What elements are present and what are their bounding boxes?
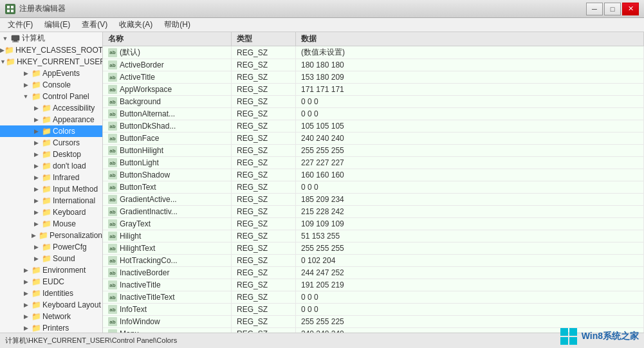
tree-node-computer[interactable]: ▼计算机 (0, 32, 102, 44)
tree-expander-icon[interactable]: ▶ (21, 288, 31, 298)
tree-node-infrared[interactable]: ▶📁Infrared (0, 172, 102, 183)
table-row[interactable]: abButtonFaceREG_SZ240 240 240 (103, 133, 644, 145)
tree-node-mouse[interactable]: ▶📁Mouse (0, 218, 102, 230)
tree-node-eudc[interactable]: ▶📁EUDC (0, 276, 102, 288)
tree-expander-icon[interactable]: ▶ (31, 219, 41, 229)
tree-node-dontload[interactable]: ▶📁don't load (0, 160, 102, 172)
menu-item[interactable]: 帮助(H) (159, 18, 196, 32)
reg-value-icon: ab (108, 305, 117, 314)
table-row[interactable]: abBackgroundREG_SZ0 0 0 (103, 96, 644, 108)
table-row[interactable]: abActiveTitleREG_SZ153 180 209 (103, 71, 644, 84)
tree-node-powercfg[interactable]: ▶📁PowerCfg (0, 241, 102, 253)
tree-expander-icon[interactable]: ▶ (21, 68, 31, 78)
table-row[interactable]: abGradientInactiv...REG_SZ215 228 242 (103, 206, 644, 218)
tree-node-hkcr[interactable]: ▶📁HKEY_CLASSES_ROOT (0, 44, 102, 56)
table-header-cell: 类型 (232, 32, 296, 46)
tree-node-inputmethod[interactable]: ▶📁Input Method (0, 183, 102, 195)
table-row[interactable]: abHilightTextREG_SZ255 255 255 (103, 243, 644, 255)
tree-expander-icon[interactable]: ▶ (31, 172, 41, 183)
table-row[interactable]: abInfoWindowREG_SZ255 255 225 (103, 316, 644, 328)
table-row[interactable]: abButtonHilightREG_SZ255 255 255 (103, 145, 644, 157)
table-row[interactable]: abInactiveTitleTextREG_SZ0 0 0 (103, 291, 644, 304)
tree-node-desktop[interactable]: ▶📁Desktop (0, 149, 102, 160)
row-data-cell: 153 180 209 (296, 71, 644, 83)
tree-expander-icon[interactable]: ▶ (31, 242, 41, 252)
tree-expander-icon[interactable]: ▶ (31, 184, 41, 194)
table-row[interactable]: abButtonTextREG_SZ0 0 0 (103, 181, 644, 194)
tree-expander-icon[interactable]: ▶ (31, 103, 41, 113)
tree-expander-icon[interactable]: ▶ (31, 207, 41, 217)
tree-node-console[interactable]: ▶📁Console (0, 79, 102, 91)
tree-node-appearance[interactable]: ▶📁Appearance (0, 114, 102, 125)
maximize-button[interactable]: □ (604, 3, 621, 15)
row-type-cell: REG_SZ (232, 71, 296, 83)
tree-expander-icon[interactable]: ▶ (21, 323, 31, 333)
menu-item[interactable]: 编辑(E) (39, 18, 75, 32)
tree-expander-icon[interactable]: ▶ (21, 80, 31, 90)
tree-expander-icon[interactable]: ▶ (29, 230, 39, 241)
tree-node-colors[interactable]: ▶📁Colors (0, 125, 102, 137)
reg-value-icon: ab (108, 183, 117, 192)
row-type-cell: REG_SZ (232, 218, 296, 230)
table-row[interactable]: abInactiveBorderREG_SZ244 247 252 (103, 267, 644, 279)
tree-node-printers[interactable]: ▶📁Printers (0, 322, 102, 333)
folder-icon: 📁 (41, 254, 51, 263)
folder-icon: 📁 (31, 92, 41, 101)
tree-node-keyboardlayout[interactable]: ▶📁Keyboard Layout (0, 299, 102, 311)
tree-node-accessibility[interactable]: ▶📁Accessibility (0, 102, 102, 114)
row-name: ActiveBorder (120, 60, 164, 69)
table-row[interactable]: abAppWorkspaceREG_SZ171 171 171 (103, 84, 644, 96)
tree-expander-icon[interactable]: ▶ (31, 149, 41, 160)
tree-node-hkcu[interactable]: ▼📁HKEY_CURRENT_USER (0, 56, 102, 68)
tree-expander-icon[interactable]: ▼ (21, 91, 31, 102)
table-row[interactable]: abGradientActive...REG_SZ185 209 234 (103, 194, 644, 206)
table-row[interactable]: abInactiveTitleREG_SZ191 205 219 (103, 279, 644, 291)
tree-expander-icon[interactable]: ▶ (31, 196, 41, 206)
menu-item[interactable]: 文件(F) (3, 18, 38, 32)
tree-node-label: Infrared (53, 173, 79, 182)
tree-expander-icon[interactable]: ▶ (21, 265, 31, 275)
tree-node-controlpanel[interactable]: ▼📁Control Panel (0, 91, 102, 102)
tree-node-label: don't load (53, 161, 86, 170)
menu-item[interactable]: 收藏夹(A) (114, 18, 158, 32)
tree-expander-icon[interactable]: ▶ (21, 300, 31, 310)
folder-icon: 📁 (31, 289, 41, 298)
tree-expander-icon[interactable]: ▶ (31, 161, 41, 171)
tree-node-network[interactable]: ▶📁Network (0, 311, 102, 322)
table-row[interactable]: abActiveBorderREG_SZ180 180 180 (103, 59, 644, 71)
menu-item[interactable]: 查看(V) (77, 18, 113, 32)
table-row[interactable]: ab(默认)REG_SZ(数值未设置) (103, 46, 644, 59)
folder-icon: 📁 (41, 173, 51, 182)
table-row[interactable]: abHotTrackingCo...REG_SZ0 102 204 (103, 255, 644, 267)
row-name: InfoWindow (120, 317, 160, 326)
tree-node-appevents[interactable]: ▶📁AppEvents (0, 68, 102, 79)
table-row[interactable]: abHilightREG_SZ51 153 255 (103, 230, 644, 243)
table-row[interactable]: abInfoTextREG_SZ0 0 0 (103, 304, 644, 316)
close-button[interactable]: ✕ (622, 3, 639, 15)
table-row[interactable]: abButtonAlternat...REG_SZ0 0 0 (103, 108, 644, 120)
table-row[interactable]: abButtonDkShad...REG_SZ105 105 105 (103, 120, 644, 133)
table-row[interactable]: abButtonLightREG_SZ227 227 227 (103, 157, 644, 169)
tree-node-identities[interactable]: ▶📁Identities (0, 288, 102, 299)
row-name-cell: abHotTrackingCo... (103, 255, 232, 266)
tree-node-personalization[interactable]: ▶📁Personalization (0, 230, 102, 241)
tree-node-international[interactable]: ▶📁International (0, 195, 102, 206)
tree-expander-icon[interactable]: ▶ (21, 277, 31, 287)
tree-expander-icon[interactable]: ▶ (31, 138, 41, 148)
tree-node-sound[interactable]: ▶📁Sound (0, 253, 102, 264)
tree-node-label: Console (42, 80, 71, 89)
minimize-button[interactable]: ─ (586, 3, 603, 15)
tree-expander-icon[interactable]: ▶ (31, 126, 41, 136)
tree-node-environment[interactable]: ▶📁Environment (0, 264, 102, 276)
status-bar: 计算机\HKEY_CURRENT_USER\Control Panel\Colo… (0, 333, 644, 348)
tree-expander-icon[interactable]: ▶ (0, 45, 5, 55)
tree-expander-icon[interactable]: ▶ (31, 253, 41, 264)
tree-node-cursors[interactable]: ▶📁Cursors (0, 137, 102, 149)
tree-expander-icon[interactable]: ▶ (31, 114, 41, 125)
table-row[interactable]: abGrayTextREG_SZ109 109 109 (103, 218, 644, 230)
tree-expander-icon[interactable]: ▼ (0, 57, 6, 67)
table-row[interactable]: abButtonShadowREG_SZ160 160 160 (103, 169, 644, 181)
tree-expander-icon[interactable]: ▶ (21, 311, 31, 322)
tree-node-keyboard[interactable]: ▶📁Keyboard (0, 206, 102, 218)
tree-expander-icon[interactable]: ▼ (0, 33, 10, 44)
